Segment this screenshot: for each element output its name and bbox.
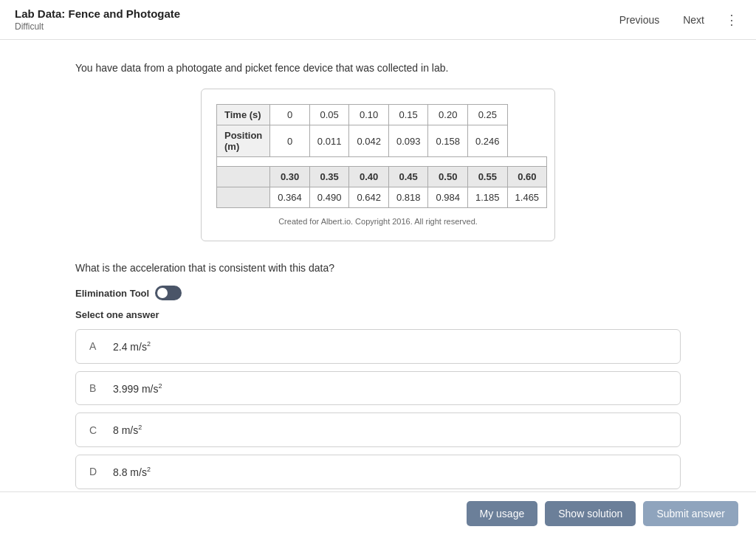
table-cell: 1.185 [468,187,508,208]
more-options-button[interactable]: ⋮ [722,9,741,31]
table-cell: 0.40 [349,167,389,187]
answer-option-b[interactable]: B 3.999 m/s2 [75,371,681,406]
toggle-track [155,286,182,300]
table-cell: 0.246 [468,125,508,157]
my-usage-button[interactable]: My usage [467,501,538,526]
show-solution-button[interactable]: Show solution [545,501,636,526]
answer-letter-a: A [89,340,101,352]
answer-options: A 2.4 m/s2 B 3.999 m/s2 C 8 m/s2 D 8.8 m… [75,329,681,489]
table-cell: 0.10 [349,105,389,125]
page-header: Lab Data: Fence and Photogate Difficult … [0,0,756,40]
table-cell: 0.30 [270,167,310,187]
table-cell: 0.984 [428,187,468,208]
table-cell: 0.45 [388,167,428,187]
table-row-time2: 0.30 0.35 0.40 0.45 0.50 0.55 0.60 [217,167,547,187]
answer-text-b: 3.999 m/s2 [113,382,162,395]
answer-option-c[interactable]: C 8 m/s2 [75,413,681,447]
table-spacer-row [217,157,547,167]
toggle-thumb [157,288,168,298]
intro-text: You have data from a photogate and picke… [75,62,681,74]
table-cell-empty2 [217,187,270,208]
table-cell: 0.011 [309,125,349,157]
header-left: Lab Data: Fence and Photogate Difficult [15,7,180,32]
table-cell: 0.158 [428,125,468,157]
table-row-position1: Position (m) 0 0.011 0.042 0.093 0.158 0… [217,125,547,157]
next-button[interactable]: Next [677,11,710,29]
main-content: You have data from a photogate and picke… [61,40,695,535]
previous-button[interactable]: Previous [614,11,665,29]
answer-text-d: 8.8 m/s2 [113,466,151,478]
answer-text-c: 8 m/s2 [113,424,142,436]
select-one-label: Select one answer [75,309,681,320]
elimination-tool-label: Elimination Tool [75,288,149,299]
difficulty-label: Difficult [15,21,180,32]
answer-letter-c: C [89,424,101,436]
table-cell: 0.20 [428,105,468,125]
table-cell: 0 [270,125,310,157]
table-cell: 0.05 [309,105,349,125]
answer-text-a: 2.4 m/s2 [113,340,151,353]
more-icon: ⋮ [725,13,738,27]
data-table-card: Time (s) 0 0.05 0.10 0.15 0.20 0.25 Posi… [201,89,555,241]
answer-letter-b: B [89,382,101,394]
data-table: Time (s) 0 0.05 0.10 0.15 0.20 0.25 Posi… [216,104,547,208]
table-cell-empty [217,167,270,187]
table-cell: 0.642 [349,187,389,208]
table-cell: 0.55 [468,167,508,187]
table-cell: 0.490 [309,187,349,208]
table-cell: 0.818 [388,187,428,208]
elimination-tool-toggle[interactable] [155,286,182,300]
table-cell: 0.50 [428,167,468,187]
question-text: What is the acceleration that is consist… [75,262,681,274]
submit-answer-button[interactable]: Submit answer [643,501,738,526]
answer-letter-d: D [89,466,101,477]
table-cell: 0.364 [270,187,310,208]
time-header: Time (s) [217,105,270,125]
header-right: Previous Next ⋮ [614,9,741,31]
table-row-position2: 0.364 0.490 0.642 0.818 0.984 1.185 1.46… [217,187,547,208]
footer: My usage Show solution Submit answer [0,491,756,535]
answer-option-d[interactable]: D 8.8 m/s2 [75,455,681,489]
table-cell: 0.042 [349,125,389,157]
table-row-time: Time (s) 0 0.05 0.10 0.15 0.20 0.25 [217,105,547,125]
table-cell: 0.15 [388,105,428,125]
table-cell: 0.35 [309,167,349,187]
table-cell: 0 [270,105,310,125]
table-cell: 0.093 [388,125,428,157]
table-cell: 0.25 [468,105,508,125]
elimination-tool-row: Elimination Tool [75,286,681,300]
table-cell: 0.60 [507,167,547,187]
table-caption: Created for Albert.io. Copyright 2016. A… [216,217,540,226]
page-title: Lab Data: Fence and Photogate [15,7,180,20]
table-cell: 1.465 [507,187,547,208]
answer-option-a[interactable]: A 2.4 m/s2 [75,329,681,364]
position-header: Position (m) [217,125,270,157]
